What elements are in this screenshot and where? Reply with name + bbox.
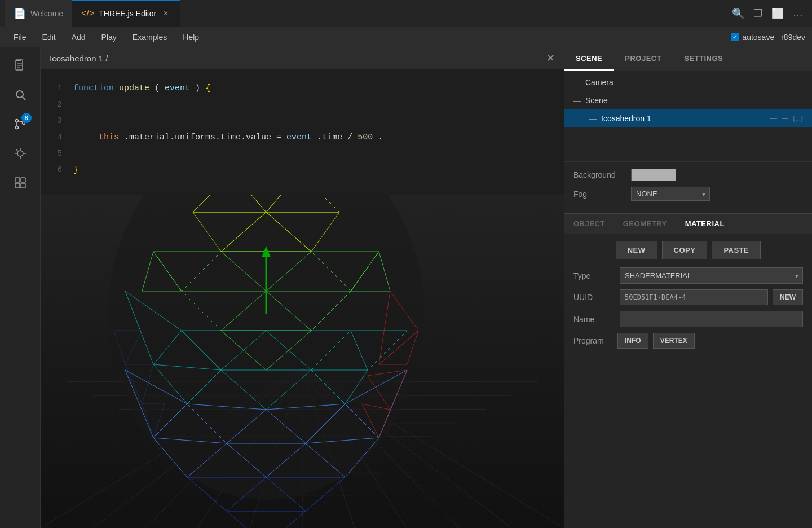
code-content-5: [73, 146, 78, 162]
autosave-label: autosave: [742, 33, 774, 42]
menu-add[interactable]: Add: [65, 30, 92, 44]
type-select-wrapper: SHADERMATERIAL MESHBASICMATERIAL MESHSTA…: [620, 267, 803, 284]
fog-select[interactable]: NONE FOG FOGEXP2: [631, 187, 710, 201]
tab-bar: 📄 Welcome </> THREE.js Editor ✕ 🔍 ❐ ⬜ …: [0, 0, 812, 27]
split-icon[interactable]: ❐: [753, 7, 762, 20]
autosave-toggle[interactable]: ✓ autosave: [731, 33, 774, 42]
program-label: Program: [573, 336, 613, 345]
sidebar: 8: [0, 47, 41, 528]
menu-edit[interactable]: Edit: [36, 30, 63, 44]
fog-value: NONE FOG FOGEXP2 ▼: [631, 187, 710, 201]
type-select[interactable]: SHADERMATERIAL MESHBASICMATERIAL MESHSTA…: [620, 267, 803, 284]
code-editor[interactable]: 1 function update ( event ) { 2 3: [41, 71, 564, 195]
tree-item-camera[interactable]: — Camera: [564, 73, 812, 91]
tab-object[interactable]: OBJECT: [564, 214, 614, 234]
material-action-buttons: NEW COPY PASTE: [573, 241, 803, 259]
svg-line-15: [16, 149, 18, 151]
action-json[interactable]: {...}: [793, 115, 803, 122]
tab-geometry[interactable]: GEOMETRY: [614, 214, 676, 234]
svg-marker-73: [227, 511, 306, 528]
tab-project[interactable]: PROJECT: [614, 47, 673, 71]
material-section: NEW COPY PASTE Type SHADERMATERIAL MESHB…: [564, 234, 812, 528]
tree-expand-icon-scene: —: [573, 96, 581, 105]
sidebar-icon-search[interactable]: [7, 81, 34, 108]
action-icon-2[interactable]: —: [782, 115, 788, 122]
type-row: Type SHADERMATERIAL MESHBASICMATERIAL ME…: [573, 267, 803, 284]
menu-play[interactable]: Play: [95, 30, 123, 44]
svg-point-5: [16, 91, 23, 98]
tree-item-actions: — — {...}: [770, 115, 803, 122]
tab-material[interactable]: MATERIAL: [676, 214, 734, 234]
tab-bar-right: 🔍 ❐ ⬜ …: [732, 7, 812, 20]
tab-settings[interactable]: SETTINGS: [673, 47, 734, 71]
code-content-4: this .material.uniforms.time.value = eve…: [73, 130, 383, 146]
type-value: SHADERMATERIAL MESHBASICMATERIAL MESHSTA…: [620, 267, 803, 284]
tab-close-button[interactable]: ✕: [161, 8, 171, 19]
paste-material-button[interactable]: PASTE: [712, 241, 761, 259]
tree-label-camera: Camera: [585, 78, 803, 87]
editor-title: Icosahedron 1 / ✕: [41, 47, 564, 69]
svg-line-6: [23, 97, 25, 100]
svg-point-10: [17, 151, 23, 156]
tree-item-icosahedron[interactable]: — Icosahedron 1 — — {...}: [564, 109, 812, 127]
type-label: Type: [573, 271, 613, 280]
line-num-6: 6: [45, 162, 62, 178]
code-content-1: function update ( event ) {: [73, 81, 210, 96]
line-num-1: 1: [45, 80, 62, 96]
material-panel-tabs: OBJECT GEOMETRY MATERIAL: [564, 213, 812, 234]
background-value: [631, 169, 676, 181]
program-info-button[interactable]: INFO: [617, 333, 648, 349]
fog-row: Fog NONE FOG FOGEXP2 ▼: [573, 187, 803, 201]
user-badge: r89dev: [781, 33, 805, 42]
uuid-new-button[interactable]: NEW: [773, 289, 803, 305]
background-color-swatch[interactable]: [631, 169, 676, 181]
tree-item-scene[interactable]: — Scene: [564, 91, 812, 109]
fog-label: Fog: [573, 190, 624, 199]
line-num-5: 5: [45, 146, 62, 161]
program-buttons: INFO VERTEX: [617, 333, 695, 349]
copy-material-button[interactable]: COPY: [662, 241, 708, 259]
background-label: Background: [573, 170, 624, 179]
autosave-checkbox[interactable]: ✓: [731, 33, 739, 41]
sidebar-icon-debug[interactable]: [7, 140, 34, 167]
scene-panel-tabs: SCENE PROJECT SETTINGS: [564, 47, 812, 71]
tab-scene[interactable]: SCENE: [564, 47, 614, 71]
svg-rect-18: [15, 183, 20, 188]
uuid-label: UUID: [573, 293, 613, 302]
code-icon: </>: [81, 8, 94, 19]
code-line-2: 2: [41, 96, 564, 113]
tab-threejs[interactable]: </> THREE.js Editor ✕: [72, 0, 180, 27]
svg-point-7: [15, 120, 18, 122]
sidebar-icon-files[interactable]: [7, 52, 34, 79]
uuid-row: UUID 50ED51F1-DEA4-4 NEW: [573, 289, 803, 305]
git-badge: 8: [21, 113, 32, 123]
main-layout: 8 Icosahedron 1 / ✕: [0, 47, 812, 528]
layout-icon[interactable]: ⬜: [771, 7, 784, 20]
sidebar-icon-extensions[interactable]: [7, 169, 34, 196]
vscode-icon: 📄: [14, 7, 26, 20]
background-row: Background: [573, 169, 803, 181]
sidebar-icon-git[interactable]: 8: [7, 111, 34, 138]
menu-examples[interactable]: Examples: [126, 30, 174, 44]
uuid-display: 50ED51F1-DEA4-4: [620, 289, 768, 305]
new-material-button[interactable]: NEW: [616, 241, 657, 259]
line-num-2: 2: [45, 96, 62, 112]
code-line-3: 3: [41, 113, 564, 129]
editor-breadcrumb: Icosahedron 1 /: [50, 54, 108, 63]
name-row: Name: [573, 311, 803, 327]
action-icon-1[interactable]: —: [770, 115, 777, 122]
fog-select-wrapper: NONE FOG FOGEXP2 ▼: [631, 187, 710, 201]
code-line-4: 4 this .material.uniforms.time.value = e…: [41, 129, 564, 146]
more-icon[interactable]: …: [793, 7, 803, 19]
program-vertex-button[interactable]: VERTEX: [653, 333, 695, 349]
editor-close-button[interactable]: ✕: [546, 52, 555, 64]
tab-welcome[interactable]: 📄 Welcome: [5, 0, 72, 27]
menu-help[interactable]: Help: [176, 30, 206, 44]
menu-file[interactable]: File: [7, 30, 33, 44]
search-icon[interactable]: 🔍: [732, 7, 744, 20]
code-content-2: [73, 97, 78, 113]
code-content-6: }: [73, 162, 78, 178]
name-input[interactable]: [620, 311, 803, 327]
code-line-6: 6 }: [41, 162, 564, 178]
code-line-5: 5: [41, 146, 564, 162]
